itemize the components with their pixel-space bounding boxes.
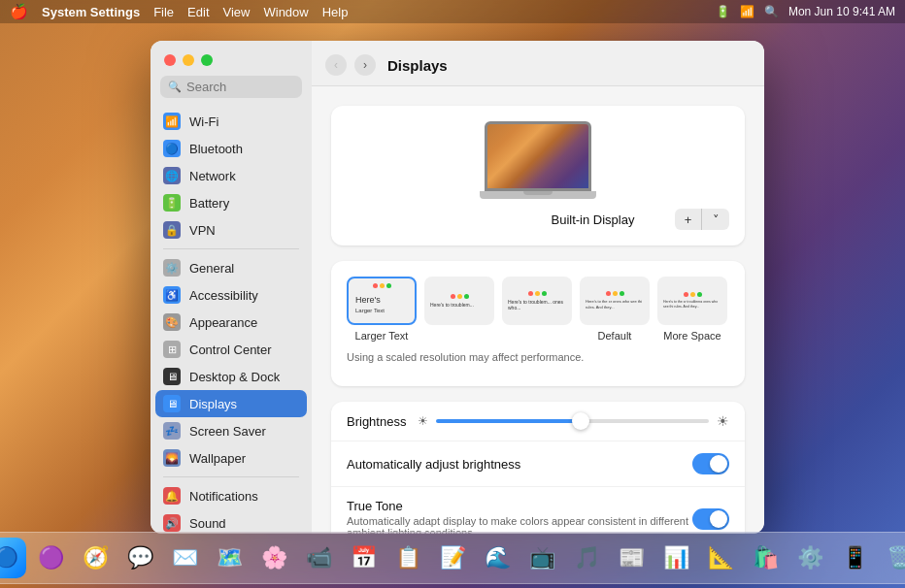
- apple-menu[interactable]: 🍎: [10, 3, 28, 20]
- dot-green: [386, 283, 391, 288]
- sidebar-item-accessibility[interactable]: ♿ Accessibility: [155, 281, 307, 309]
- dock-messages[interactable]: 💬: [119, 538, 160, 578]
- brightness-slider[interactable]: [436, 419, 709, 423]
- search-bar[interactable]: 🔍: [160, 76, 302, 98]
- dock-music[interactable]: 🎵: [566, 538, 607, 578]
- dot-yellow: [380, 283, 385, 288]
- menubar-file[interactable]: File: [153, 5, 174, 19]
- sidebar-label-sound: Sound: [189, 516, 226, 531]
- sidebar-label-wallpaper: Wallpaper: [189, 451, 246, 466]
- fullscreen-button[interactable]: [201, 54, 213, 66]
- res-label-more-space: More Space: [663, 330, 721, 342]
- brightness-label: Brightness: [347, 414, 406, 429]
- general-icon: ⚙️: [163, 259, 181, 277]
- back-button[interactable]: ‹: [325, 54, 347, 76]
- dock-calendar[interactable]: 📅: [343, 538, 384, 578]
- screensaver-icon: 💤: [163, 422, 181, 440]
- forward-button[interactable]: ›: [354, 54, 376, 76]
- res-dots-4: [585, 291, 645, 296]
- dock-launchpad[interactable]: 🟣: [30, 538, 71, 578]
- dock-trash[interactable]: 🗑️: [879, 538, 905, 578]
- true-tone-toggle[interactable]: [692, 508, 729, 530]
- resolution-options: Here's Larger Text Larger Text: [347, 277, 729, 342]
- search-menubar-icon[interactable]: 🔍: [764, 5, 779, 18]
- menubar-datetime: Mon Jun 10 9:41 AM: [788, 5, 895, 18]
- dock-numbers[interactable]: 📊: [655, 538, 696, 578]
- dock-appstore[interactable]: 🛍️: [745, 538, 786, 578]
- res-option-larger-text[interactable]: Here's Larger Text Larger Text: [347, 277, 417, 342]
- brightness-high-icon: ☀: [717, 413, 729, 429]
- res-preview-larger-text: Here's Larger Text: [347, 277, 417, 325]
- vpn-icon: 🔒: [163, 221, 181, 239]
- res-option-3[interactable]: Here's to troublem... ones who...: [502, 277, 572, 342]
- sidebar-item-screensaver[interactable]: 💤 Screen Saver: [155, 417, 307, 444]
- dock-finder[interactable]: 🔵: [0, 538, 26, 578]
- settings-section: Brightness ☀ ☀ Automatically adjust brig…: [331, 402, 745, 534]
- sidebar-item-bluetooth[interactable]: 🔵 Bluetooth: [155, 135, 307, 162]
- dock-safari[interactable]: 🧭: [75, 538, 116, 578]
- control-center-icon: ⊞: [163, 341, 181, 358]
- page-title: Displays: [387, 57, 448, 74]
- sidebar-label-battery: Battery: [189, 196, 229, 211]
- sidebar-item-battery[interactable]: 🔋 Battery: [155, 189, 307, 216]
- sidebar-item-wifi[interactable]: 📶 Wi-Fi: [155, 108, 307, 135]
- sidebar-label-general: General: [189, 261, 234, 276]
- search-input[interactable]: [186, 80, 294, 94]
- macbook-screen: [485, 121, 591, 191]
- close-button[interactable]: [164, 54, 176, 66]
- dock-notes[interactable]: 📝: [432, 538, 473, 578]
- sidebar-item-general[interactable]: ⚙️ General: [155, 254, 307, 281]
- sidebar-item-displays[interactable]: 🖥 Displays: [155, 390, 307, 417]
- sidebar-item-control-center[interactable]: ⊞ Control Center: [155, 336, 307, 363]
- macbook-display-graphic: [485, 121, 591, 199]
- res-preview-2: Here's to troublem...: [424, 277, 494, 325]
- displays-icon: 🖥: [163, 395, 181, 412]
- menubar-view[interactable]: View: [223, 5, 251, 19]
- network-icon: 🌐: [163, 167, 181, 184]
- dock-keynote[interactable]: 📐: [700, 538, 741, 578]
- res-option-more-space[interactable]: Here's to the cr troublema ones who see …: [657, 277, 727, 342]
- sidebar-item-vpn[interactable]: 🔒 VPN: [155, 216, 307, 244]
- wifi-icon: 📶: [740, 5, 754, 18]
- add-display-button[interactable]: +: [675, 209, 702, 230]
- sound-icon: 🔊: [163, 514, 181, 532]
- minimize-button[interactable]: [183, 54, 194, 66]
- dock-mail[interactable]: ✉️: [164, 538, 205, 578]
- search-icon: 🔍: [168, 81, 182, 93]
- battery-icon: 🔋: [716, 5, 730, 18]
- dock-news[interactable]: 📰: [611, 538, 652, 578]
- dock-settings[interactable]: ⚙️: [789, 538, 830, 578]
- sidebar-label-notifications: Notifications: [189, 489, 258, 504]
- sidebar-item-network[interactable]: 🌐 Network: [155, 162, 307, 189]
- menubar-app-name[interactable]: System Settings: [42, 5, 140, 19]
- true-tone-label: True Tone: [347, 499, 692, 513]
- sidebar-item-notifications[interactable]: 🔔 Notifications: [155, 482, 307, 509]
- sidebar-item-sound[interactable]: 🔊 Sound: [155, 509, 307, 534]
- menubar-window[interactable]: Window: [263, 5, 308, 19]
- dock-reminders[interactable]: 📋: [387, 538, 428, 578]
- res-option-2[interactable]: Here's to troublem...: [424, 277, 494, 342]
- brightness-row: Brightness ☀ ☀: [331, 402, 745, 441]
- dock-facetime[interactable]: 📹: [298, 538, 339, 578]
- dock-maps[interactable]: 🗺️: [209, 538, 250, 578]
- menubar-edit[interactable]: Edit: [187, 5, 209, 19]
- menubar-help[interactable]: Help: [322, 5, 349, 19]
- dock-arc[interactable]: 🌊: [477, 538, 518, 578]
- wallpaper-icon: 🌄: [163, 449, 181, 467]
- dock-iphone[interactable]: 📱: [834, 538, 875, 578]
- sidebar-item-wallpaper[interactable]: 🌄 Wallpaper: [155, 444, 307, 472]
- dock-photos[interactable]: 🌸: [253, 538, 294, 578]
- auto-brightness-label: Automatically adjust brightness: [347, 457, 520, 472]
- dock: 🔵 🟣 🧭 💬 ✉️ 🗺️ 🌸 📹 📅 📋 📝 🌊 📺 🎵 📰 📊 📐 🛍️ ⚙…: [0, 532, 905, 584]
- sidebar-item-desktop-dock[interactable]: 🖥 Desktop & Dock: [155, 363, 307, 390]
- brightness-slider-container: ☀ ☀: [418, 413, 729, 429]
- sidebar-label-accessibility: Accessibility: [189, 288, 258, 303]
- sidebar-item-appearance[interactable]: 🎨 Appearance: [155, 309, 307, 336]
- res-option-default[interactable]: Here's to the cr ones who see thi rules.…: [580, 277, 650, 342]
- sidebar-label-network: Network: [189, 169, 236, 183]
- expand-display-button[interactable]: ˅: [702, 209, 729, 230]
- sidebar: 🔍 📶 Wi-Fi 🔵 Bluetooth 🌐 Network 🔋 Bat: [151, 41, 312, 534]
- auto-brightness-toggle[interactable]: [692, 453, 729, 474]
- display-controls: + ˅: [675, 209, 729, 230]
- dock-tv[interactable]: 📺: [521, 538, 562, 578]
